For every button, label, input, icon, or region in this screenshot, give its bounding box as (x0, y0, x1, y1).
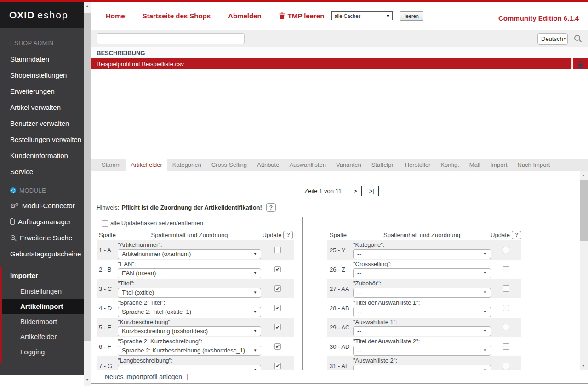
mapping-select[interactable]: Kurzbeschreibung (oxshortdesc)▼ (118, 326, 261, 336)
scroll-down-icon[interactable]: ▼ (580, 363, 587, 369)
scroll-down-icon[interactable]: ▼ (84, 377, 91, 383)
sidebar-item-kundeninformation[interactable]: Kundeninformation (0, 148, 84, 164)
tab-varianten[interactable]: Varianten (331, 159, 366, 171)
tab-mall[interactable]: Mall (464, 159, 485, 171)
scroll-up-icon[interactable]: ▲ (84, 3, 91, 9)
trash-icon (279, 12, 285, 19)
toggle-all-checkbox[interactable] (102, 220, 108, 227)
update-cell (491, 285, 521, 292)
tab-konfig[interactable]: Konfig. (435, 159, 464, 171)
tab-staffelpr[interactable]: Staffelpr. (366, 159, 400, 171)
update-checkbox[interactable]: ✔ (274, 285, 281, 292)
update-checkbox[interactable] (503, 247, 509, 253)
mapping-select[interactable]: EAN (oxean)▼ (118, 268, 261, 278)
nav-link-logout[interactable]: Abmelden (228, 12, 262, 20)
tab-hersteller[interactable]: Hersteller (400, 159, 436, 171)
update-checkbox[interactable] (503, 343, 509, 350)
tab-stamm[interactable]: Stamm (97, 159, 126, 171)
sidebar-scrollbar[interactable]: ▲ ▼ (84, 2, 91, 386)
sidebar-scrollbar-thumb[interactable] (84, 13, 91, 341)
delete-profile-button[interactable] (571, 58, 588, 69)
search-input[interactable] (97, 33, 245, 44)
sidebar-item-bilderimport[interactable]: Bilderimport (2, 314, 84, 329)
new-import-profile-link[interactable]: Neues Importprofil anlegen (105, 373, 182, 380)
sidebar-item-logging[interactable]: Logging (2, 344, 84, 359)
nav-link-home[interactable]: Home (106, 12, 125, 20)
pagination-next-button[interactable]: > (349, 186, 362, 196)
cache-select[interactable]: alle Caches ▼ (331, 11, 393, 20)
language-select[interactable]: Deutsch ▼ (537, 33, 568, 45)
import-profile-row[interactable]: Beispielprofil mit Beispielliste.csv (91, 58, 588, 69)
update-cell (491, 343, 521, 350)
sidebar-item-importer[interactable]: Importer (2, 267, 84, 284)
update-checkbox[interactable]: ✔ (274, 266, 281, 272)
sidebar-item-auftragsmanager[interactable]: Auftragsmanager (0, 214, 84, 230)
sidebar-item-geburtstagsgutscheine[interactable]: Geburtstagsgutscheine (0, 246, 84, 262)
oxid-eshop-logo[interactable]: OXID eshop (0, 2, 84, 28)
tmp-clear-link[interactable]: TMP leeren (279, 12, 325, 20)
tmp-clear-label: TMP leeren (288, 12, 325, 20)
tab-cross-selling[interactable]: Cross-Selling (206, 159, 252, 171)
mapping-select-value: -- (357, 328, 361, 335)
sidebar-item-stammdaten[interactable]: Stammdaten (0, 51, 84, 67)
content-scrollbar[interactable]: ▲ ▼ (580, 171, 588, 370)
sidebar-item-shopeinstellungen[interactable]: Shopeinstellungen (0, 67, 84, 83)
update-checkbox[interactable] (503, 266, 509, 272)
table-row: 4 - D"Sprache 2: Titel":Sprache 2: Titel… (97, 298, 294, 318)
sidebar-item-artikelfelder[interactable]: Artikelfelder (2, 329, 84, 344)
pagination-last-button[interactable]: >| (365, 186, 379, 196)
search-icon[interactable] (574, 34, 582, 43)
sidebar-item-einstellungen[interactable]: Einstellungen (2, 284, 84, 299)
update-checkbox[interactable] (503, 363, 509, 369)
mapping-select[interactable]: --▼ (353, 307, 491, 317)
sidebar-item-benutzer-verwalten[interactable]: Benutzer verwalten (0, 115, 84, 131)
nav-link-shop-start[interactable]: Startseite des Shops (143, 12, 211, 20)
mapping-select[interactable]: --▼ (353, 288, 491, 298)
sidebar-item-erweiterungen[interactable]: Erweiterungen (0, 83, 84, 99)
clear-cache-button[interactable]: leeren (400, 11, 423, 21)
tab-kategorien[interactable]: Kategorien (167, 159, 206, 171)
mapping-select[interactable]: ▼ (118, 365, 261, 370)
tab-artikelfelder[interactable]: Artikelfelder (126, 159, 167, 171)
mapping-select[interactable]: Sprache 2: Kurzbeschreibung (oxshortdesc… (118, 346, 261, 356)
column-divider (302, 217, 303, 370)
scroll-up-icon[interactable]: ▲ (580, 172, 587, 179)
sidebar-item-bestellungen-verwalten[interactable]: Bestellungen verwalten (0, 131, 84, 148)
column-label: "Langbeschreibung": (118, 357, 261, 364)
content-scrollbar-thumb[interactable] (580, 180, 588, 241)
row-id: 31 - AE (327, 363, 353, 369)
mapping-select-value: -- (357, 250, 361, 257)
row-id: 4 - D (97, 305, 118, 312)
sidebar-nav: StammdatenShopeinstellungenErweiterungen… (0, 51, 84, 180)
tab-import[interactable]: Import (485, 159, 513, 171)
update-checkbox[interactable]: ✔ (274, 363, 281, 369)
help-button[interactable]: ? (512, 231, 521, 239)
update-checkbox[interactable] (503, 285, 509, 292)
update-checkbox[interactable]: ✔ (274, 305, 281, 311)
mapping-select[interactable]: --▼ (353, 268, 491, 278)
update-checkbox[interactable]: ✔ (274, 343, 281, 350)
sidebar-item-artikelimport[interactable]: Artikelimport (2, 299, 84, 314)
mapping-select[interactable]: Artikelnummer (oxartnum)▼ (118, 249, 261, 259)
help-button[interactable]: ? (266, 203, 276, 212)
tab-auswahllisten[interactable]: Auswahllisten (284, 159, 331, 171)
sidebar-item-service[interactable]: Service (0, 164, 84, 180)
update-checkbox[interactable] (503, 324, 509, 330)
mapping-select[interactable]: --▼ (353, 346, 491, 356)
help-button[interactable]: ? (283, 231, 293, 239)
sidebar-item-erweiterte-suche[interactable]: Erweiterte Suche (0, 230, 84, 246)
mapping-select[interactable]: Sprache 2: Titel (oxtitle_1)▼ (118, 307, 261, 317)
mapping-select[interactable]: --▼ (353, 326, 491, 336)
mapping-select[interactable]: --▼ (353, 249, 491, 259)
update-checkbox[interactable]: ✔ (274, 324, 281, 330)
tab-nach-import[interactable]: Nach Import (513, 159, 555, 171)
mapping-select[interactable]: --▼ (353, 365, 491, 370)
update-checkbox[interactable] (274, 247, 281, 253)
tab-attribute[interactable]: Attribute (252, 159, 284, 171)
sidebar-item-modul-connector[interactable]: ⚙⚙Modul-Connector (0, 198, 84, 214)
update-cell: ✔ (261, 363, 294, 369)
sidebar-item-artikel-verwalten[interactable]: Artikel verwalten (0, 99, 84, 115)
mapping-select[interactable]: Titel (oxtitle)▼ (118, 288, 261, 298)
sidebar-item-label: Modul-Connector (22, 202, 75, 210)
update-checkbox[interactable] (503, 305, 509, 311)
